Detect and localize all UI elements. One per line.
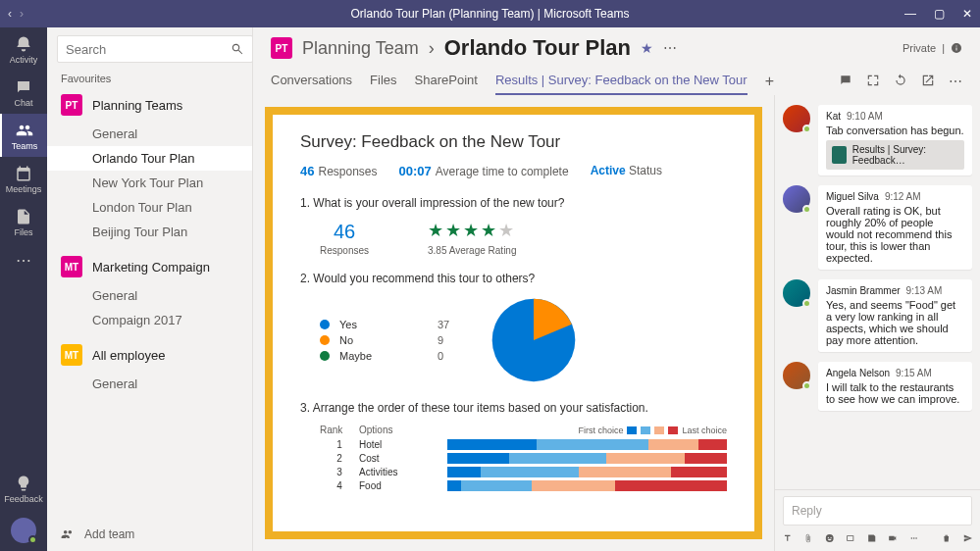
format-icon[interactable] — [783, 531, 792, 545]
info-icon[interactable] — [951, 42, 962, 54]
rail-chat[interactable]: Chat — [0, 71, 47, 114]
popout-icon[interactable] — [921, 74, 935, 87]
send-icon[interactable] — [963, 531, 972, 545]
avatar — [783, 105, 810, 132]
titlebar: ‹ › Orlando Tour Plan (Planning Team) | … — [0, 0, 980, 27]
chat-message[interactable]: Jasmin Brammer9:13 AMYes, and seems "Foo… — [783, 279, 972, 352]
reply-input[interactable]: Reply — [783, 496, 972, 526]
maximize-icon[interactable]: ▢ — [934, 7, 945, 21]
user-avatar[interactable] — [11, 518, 36, 543]
chat-message[interactable]: Miguel Silva9:12 AMOverall rating is OK,… — [783, 185, 972, 270]
main-content: PT Planning Team › Orlando Tour Plan ★ ⋯… — [253, 27, 980, 551]
rank-row: 4Food — [320, 480, 727, 491]
team-badge-icon: PT — [61, 94, 82, 116]
tab[interactable]: Results | Survey: Feedback on the New To… — [495, 67, 748, 95]
question-1: 1. What is your overall impression of th… — [300, 196, 727, 256]
avatar — [783, 279, 810, 307]
team-header[interactable]: MTAll employee — [47, 338, 252, 372]
survey-stats: 46Responses 00:07Average time to complet… — [300, 164, 727, 178]
emoji-icon[interactable] — [825, 531, 834, 545]
nav-forward-icon[interactable]: › — [20, 7, 24, 21]
chat-message[interactable]: Angela Nelson9:15 AMI will talk to the r… — [783, 362, 972, 411]
legend-item: No9 — [320, 334, 449, 346]
avatar — [783, 362, 810, 389]
chat-message[interactable]: Kat9:10 AMTab conversation has begun.Res… — [783, 105, 972, 175]
channel-item[interactable]: General — [47, 372, 252, 396]
more-compose-icon[interactable] — [909, 531, 918, 545]
rail-more[interactable]: ⋯ — [0, 243, 47, 276]
gif-icon[interactable] — [846, 531, 854, 545]
survey-embed: Survey: Feedback on the New Tour 46Respo… — [265, 107, 762, 539]
expand-icon[interactable] — [866, 74, 880, 87]
rail-activity[interactable]: Activity — [0, 27, 47, 71]
attach-icon[interactable] — [803, 531, 812, 545]
window-title: Orlando Tour Plan (Planning Team) | Micr… — [351, 7, 630, 21]
rail-meetings[interactable]: Meetings — [0, 157, 47, 200]
channel-item[interactable]: Compaign 2017 — [47, 308, 252, 332]
survey-title: Survey: Feedback on the New Tour — [300, 132, 727, 152]
breadcrumb-channel: Orlando Tour Plan — [444, 35, 631, 61]
search-input[interactable] — [57, 35, 253, 63]
breadcrumb-team[interactable]: Planning Team — [302, 38, 419, 59]
tab[interactable]: Conversations — [271, 67, 352, 95]
delete-icon[interactable] — [942, 531, 951, 545]
more-icon[interactable]: ⋯ — [663, 40, 677, 56]
team-header[interactable]: PTPlanning Teams — [47, 88, 252, 122]
rank-row: 3Activities — [320, 467, 727, 477]
favourites-label: Favourites — [47, 67, 252, 88]
channel-item[interactable]: Beijing Tour Plan — [47, 220, 252, 244]
refresh-icon[interactable] — [894, 74, 907, 87]
sticker-icon[interactable] — [867, 531, 876, 545]
tab-reference[interactable]: Results | Survey: Feedback… — [826, 140, 964, 170]
question-2: 2. Would you recommend this tour to othe… — [300, 272, 727, 385]
channel-item[interactable]: London Tour Plan — [47, 195, 252, 220]
team-add-icon — [61, 527, 75, 541]
legend-item: Yes37 — [320, 319, 449, 330]
chat-toggle-icon[interactable] — [839, 74, 852, 87]
close-icon[interactable]: ✕ — [962, 7, 972, 21]
add-team-button[interactable]: Add team — [47, 518, 252, 551]
rank-row: 1Hotel — [320, 439, 727, 450]
legend-item: Maybe0 — [320, 350, 449, 362]
teams-sidebar: Favourites PTPlanning TeamsGeneralOrland… — [47, 27, 253, 551]
tab-conversation-panel: Kat9:10 AMTab conversation has begun.Res… — [774, 95, 980, 551]
star-rating-icon: ★★★★★ — [428, 220, 516, 241]
avatar — [783, 185, 810, 213]
pie-chart — [489, 295, 579, 385]
star-icon[interactable]: ★ — [641, 40, 653, 56]
tab-more-icon[interactable]: ⋯ — [949, 74, 962, 89]
team-header[interactable]: MTMarketing Compaign — [47, 250, 252, 283]
minimize-icon[interactable]: — — [904, 7, 916, 21]
add-tab-icon[interactable]: + — [765, 73, 774, 90]
forms-icon — [832, 146, 847, 164]
team-badge: PT — [271, 37, 292, 59]
breadcrumb: PT Planning Team › Orlando Tour Plan ★ ⋯… — [271, 35, 962, 61]
tabs: ConversationsFilesSharePointResults | Su… — [271, 67, 962, 95]
rail-files[interactable]: Files — [0, 200, 47, 243]
rail-teams[interactable]: Teams — [0, 114, 47, 157]
rail-feedback[interactable]: Feedback — [0, 467, 47, 510]
channel-item[interactable]: General — [47, 283, 252, 308]
question-3: 3. Arrange the order of these tour items… — [300, 401, 727, 491]
team-badge-icon: MT — [61, 256, 82, 277]
team-badge-icon: MT — [61, 344, 82, 366]
search-icon — [231, 42, 244, 56]
channel-item[interactable]: General — [47, 122, 252, 146]
channel-item[interactable]: Orlando Tour Plan — [47, 146, 252, 171]
nav-back-icon[interactable]: ‹ — [8, 7, 12, 21]
privacy-label: Private — [903, 42, 936, 54]
meet-icon[interactable] — [888, 531, 897, 545]
tab[interactable]: SharePoint — [415, 67, 478, 95]
rank-row: 2Cost — [320, 453, 727, 464]
app-rail: Activity Chat Teams Meetings Files ⋯ Fee… — [0, 27, 47, 551]
tab[interactable]: Files — [370, 67, 396, 95]
channel-item[interactable]: New York Tour Plan — [47, 171, 252, 195]
